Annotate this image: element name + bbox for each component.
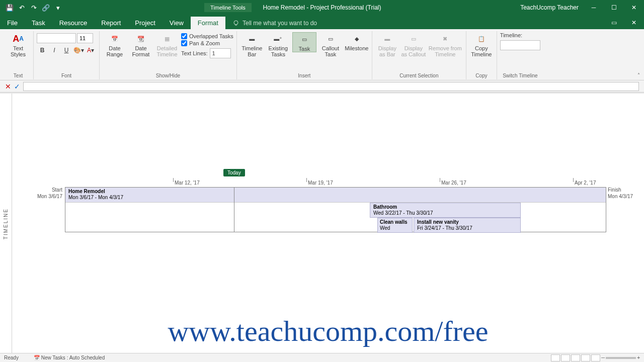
tab-task[interactable]: Task	[25, 17, 52, 29]
italic-button[interactable]: I	[49, 45, 60, 55]
milestone-button[interactable]: ◆Milestone	[345, 32, 369, 51]
group-switch-timeline: Timeline: Switch Timeline	[497, 31, 543, 79]
tab-project[interactable]: Project	[128, 17, 162, 29]
remove-icon: ✖	[440, 33, 451, 44]
display-as-bar-button[interactable]: ▬Display as Bar	[375, 32, 399, 57]
project-bar[interactable]: Home RemodelMon 3/6/17 - Mon 4/3/17	[65, 188, 606, 203]
titlebar: 💾 ↶ ↷ 🔗 ▾ Timeline Tools Home Remodel - …	[0, 0, 644, 15]
save-icon[interactable]: 💾	[4, 2, 15, 13]
timeline-label: Timeline:	[500, 32, 522, 38]
ribbon: AA Text Styles Text 11 B I U 🎨▾ A▾	[0, 29, 644, 80]
timeline-combo[interactable]	[500, 40, 540, 50]
text-lines-label: Text Lines:	[181, 50, 208, 56]
tab-format[interactable]: Format	[191, 17, 225, 29]
document-canvas: TIMELINE Today Mar 12, '17 Mar 19, '17 M…	[0, 93, 644, 354]
svg-point-0	[234, 21, 238, 25]
collapse-ribbon-icon[interactable]: ˄	[637, 72, 640, 78]
bathroom-bar[interactable]: BathroomWed 3/22/17 - Thu 3/30/17	[370, 203, 521, 218]
timeline-bar-button[interactable]: ▬Timeline Bar	[240, 32, 264, 57]
fill-color-button[interactable]: 🎨▾	[73, 45, 84, 55]
tell-me-search[interactable]: Tell me what you want to do	[225, 17, 324, 29]
group-showhide: 📅 Date Range 📆 Date Format ▦ Detailed Ti…	[100, 31, 237, 79]
minimize-button[interactable]: ─	[584, 0, 604, 15]
view-task-button[interactable]	[561, 354, 570, 361]
task-button[interactable]: ▭Task	[292, 32, 316, 52]
view-controls: ─ +	[551, 354, 640, 361]
restore-button[interactable]: ▭	[604, 15, 624, 30]
accept-entry-icon[interactable]: ✓	[14, 82, 20, 90]
close-doc-button[interactable]: ✕	[624, 15, 644, 30]
task-icon: ▭	[299, 34, 310, 45]
user-name: TeachUcomp Teacher	[520, 4, 579, 11]
timeline-bar-icon: ▬	[247, 33, 258, 44]
window-title: Home Remodel - Project Professional (Tri…	[263, 4, 381, 11]
date-range-button[interactable]: 📅 Date Range	[103, 32, 127, 57]
status-ready: Ready	[4, 355, 19, 360]
text-lines-combo[interactable]: 1	[210, 48, 231, 58]
redo-icon[interactable]: ↷	[28, 2, 39, 13]
tab-resource[interactable]: Resource	[52, 17, 95, 29]
group-current-selection: ▬Display as Bar ▭Display as Callout ✖Rem…	[372, 31, 466, 79]
view-gantt-button[interactable]	[551, 354, 560, 361]
tab-file[interactable]: File	[0, 17, 25, 29]
undo-icon[interactable]: ↶	[16, 2, 27, 13]
window-controls: ─ ☐ ✕	[584, 0, 644, 15]
close-button[interactable]: ✕	[624, 0, 644, 15]
copy-timeline-button[interactable]: 📋Copy Timeline	[469, 32, 494, 57]
callout-icon: ▭	[325, 33, 336, 44]
tab-report[interactable]: Report	[94, 17, 128, 29]
callout-task-button[interactable]: ▭Callout Task	[318, 32, 343, 57]
underline-button[interactable]: U	[61, 45, 72, 55]
zoom-out-button[interactable]: ─	[601, 355, 605, 360]
group-text: AA Text Styles Text	[3, 31, 34, 79]
group-font: 11 B I U 🎨▾ A▾ Font	[34, 31, 100, 79]
font-size-combo[interactable]: 11	[77, 33, 93, 43]
view-report-button[interactable]	[591, 354, 600, 361]
install-vanity-bar[interactable]: Install new vanityFri 3/24/17 - Thu 3/30…	[414, 218, 521, 233]
zoom-in-button[interactable]: +	[637, 355, 640, 360]
timeline-view[interactable]: Today Mar 12, '17 Mar 19, '17 Mar 26, '1…	[12, 94, 644, 354]
remove-from-timeline-button[interactable]: ✖Remove from Timeline	[428, 32, 463, 57]
ribbon-tabs: File Task Resource Report Project View F…	[0, 15, 644, 29]
timeline-container[interactable]: Home RemodelMon 3/6/17 - Mon 4/3/17 Bath…	[65, 187, 606, 232]
pan-zoom-check[interactable]: Pan & Zoom	[181, 40, 233, 46]
date-format-button[interactable]: 📆 Date Format	[129, 32, 153, 57]
clean-walls-bar[interactable]: Clean wallsWed	[377, 218, 413, 233]
qat-more-icon[interactable]: ▾	[52, 2, 63, 13]
text-styles-button[interactable]: AA Text Styles	[6, 32, 30, 57]
watermark: www.teachucomp.com/free	[12, 314, 644, 348]
group-copy: 📋Copy Timeline Copy	[466, 31, 497, 79]
view-team-button[interactable]	[571, 354, 580, 361]
date-axis: Mar 12, '17 Mar 19, '17 Mar 26, '17 Apr …	[65, 180, 606, 187]
entry-bar: ✕ ✓	[0, 80, 644, 93]
font-color-button[interactable]: A▾	[85, 45, 96, 55]
bold-button[interactable]: B	[37, 45, 48, 55]
existing-tasks-button[interactable]: ▬⁺Existing Tasks	[266, 32, 290, 57]
today-line	[234, 188, 234, 232]
timeline-start: StartMon 3/6/17	[27, 187, 62, 200]
overlapped-tasks-check[interactable]: Overlapped Tasks	[181, 33, 233, 39]
timeline-side-label: TIMELINE	[0, 94, 12, 354]
zoom-slider[interactable]	[606, 357, 636, 359]
status-bar: Ready 📅 New Tasks : Auto Scheduled ─ +	[0, 353, 644, 362]
font-name-combo[interactable]	[37, 33, 76, 43]
bar-icon: ▬	[382, 33, 393, 44]
calendar-icon: 📅	[109, 33, 120, 44]
view-resource-button[interactable]	[581, 354, 590, 361]
tab-view[interactable]: View	[163, 17, 191, 29]
calendar-format-icon: 📆	[135, 33, 146, 44]
today-marker-label: Today	[223, 169, 245, 176]
maximize-button[interactable]: ☐	[604, 0, 624, 15]
text-styles-icon: AA	[13, 33, 24, 44]
entry-input[interactable]	[23, 82, 639, 91]
callout-disp-icon: ▭	[408, 33, 419, 44]
quick-access-toolbar: 💾 ↶ ↷ 🔗 ▾	[0, 2, 63, 13]
cancel-entry-icon[interactable]: ✕	[5, 82, 11, 90]
display-as-callout-button[interactable]: ▭Display as Callout	[401, 32, 426, 57]
status-schedule-mode[interactable]: 📅 New Tasks : Auto Scheduled	[34, 355, 105, 360]
timeline-finish: FinishMon 4/3/17	[608, 187, 643, 200]
link-icon[interactable]: 🔗	[40, 2, 51, 13]
detailed-timeline-button[interactable]: ▦ Detailed Timeline	[155, 32, 179, 57]
group-insert: ▬Timeline Bar ▬⁺Existing Tasks ▭Task ▭Ca…	[237, 31, 372, 79]
document-controls: ▭ ✕	[604, 15, 644, 29]
